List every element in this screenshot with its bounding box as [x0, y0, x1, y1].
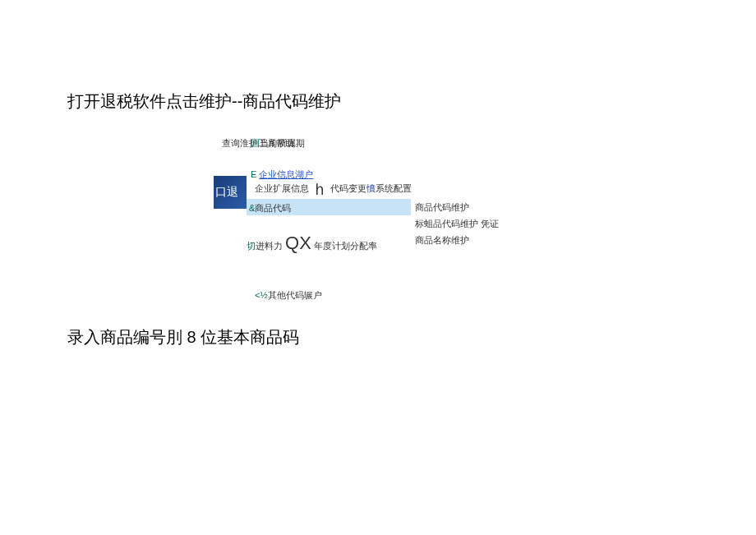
other-code-label: 其他代码辗户: [268, 290, 322, 300]
code-change-prefix: 代码变更: [330, 183, 366, 193]
menu-item-extinfo-row[interactable]: 企业扩展信息 ｈ 代码变更憤系统配置: [255, 178, 412, 201]
submenu-item-product-code-maintain[interactable]: 商品代码维护: [415, 199, 499, 215]
product-code-label: 商品代码: [255, 203, 291, 213]
period-prefix: 国: [251, 138, 260, 148]
menu-screenshot-area: 查询淮护工具帮助 国当前所属期 E 企业信息湖户 企业扩展信息 ｈ 代码变更憤系…: [222, 137, 551, 310]
heading-step2: 录入商品编号刖 8 位基本商品码: [67, 326, 756, 348]
sys-config-label: 系统配置: [376, 183, 412, 193]
menu-item-period[interactable]: 国当前所属期: [251, 137, 305, 150]
submenu-item-product-name-maintain[interactable]: 商品名称维护: [415, 232, 499, 248]
menu-item-othercode[interactable]: <½其他代码辗户: [255, 289, 322, 302]
menu-item-product-code[interactable]: &商品代码: [249, 202, 291, 214]
submenu-item-standard-code-maintain[interactable]: 标蛆品代码维护 凭证: [415, 215, 499, 232]
app-logo-fragment: 口退: [214, 176, 247, 209]
submenu-panel: 商品代码维护 标蛆品代码维护 凭证 商品名称维护: [415, 199, 499, 248]
decorative-qx: QX: [285, 233, 311, 253]
period-label: 当前所属期: [260, 138, 305, 148]
other-prefix: <½: [255, 290, 268, 300]
decorative-letter-h: ｈ: [311, 180, 328, 198]
feed-label: 进料力: [256, 241, 283, 251]
heading-step1: 打开退税软件点击维护--商品代码维护: [67, 90, 756, 113]
code-change-mid: 憤: [366, 183, 376, 193]
menu-item-yearplan-row[interactable]: 切进料力 QX 年度计划分配率: [247, 233, 377, 254]
extinfo-label: 企业扩展信息: [255, 183, 309, 193]
year-plan-label: 年度计划分配率: [314, 241, 377, 251]
cut-prefix: 切: [247, 241, 256, 251]
